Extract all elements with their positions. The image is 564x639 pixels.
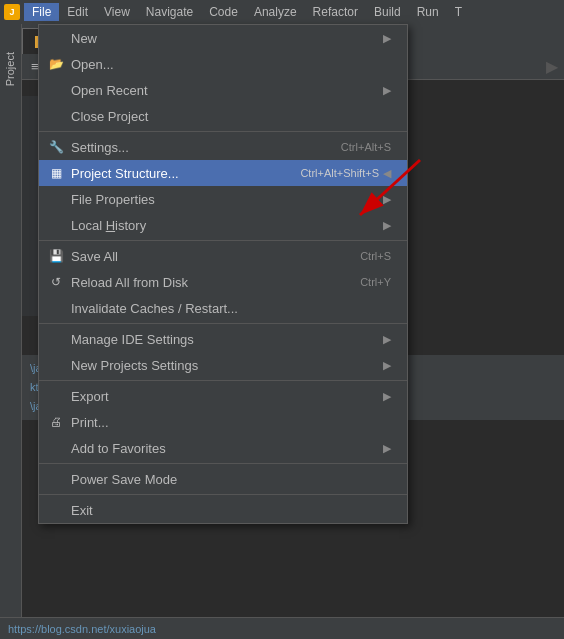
menu-export-arrow: ▶ xyxy=(383,390,391,403)
menu-refactor[interactable]: Refactor xyxy=(305,3,366,21)
menu-tools[interactable]: T xyxy=(447,3,470,21)
menu-item-open[interactable]: 📂 Open... xyxy=(39,51,407,77)
menu-item-open-recent[interactable]: Open Recent ▶ xyxy=(39,77,407,103)
menu-settings-shortcut: Ctrl+Alt+S xyxy=(341,141,391,153)
menu-project-structure-label: Project Structure... xyxy=(71,166,179,181)
menu-save-all-label: Save All xyxy=(71,249,118,264)
file-menu-dropdown: New ▶ 📂 Open... Open Recent ▶ Close Proj… xyxy=(38,24,408,524)
menu-export-label: Export xyxy=(71,389,109,404)
menu-open-recent-label: Open Recent xyxy=(71,83,148,98)
menu-manage-ide-arrow: ▶ xyxy=(383,333,391,346)
menu-project-structure-arrow: ◀ xyxy=(383,167,391,180)
menu-power-save-label: Power Save Mode xyxy=(71,472,177,487)
menu-print-label: Print... xyxy=(71,415,109,430)
separator-2 xyxy=(39,240,407,241)
separator-5 xyxy=(39,463,407,464)
menu-item-settings[interactable]: 🔧 Settings... Ctrl+Alt+S xyxy=(39,134,407,160)
open-icon: 📂 xyxy=(47,57,65,71)
menu-item-new-projects[interactable]: New Projects Settings ▶ xyxy=(39,352,407,378)
separator-1 xyxy=(39,131,407,132)
menu-exit-label: Exit xyxy=(71,503,93,518)
menu-manage-ide-label: Manage IDE Settings xyxy=(71,332,194,347)
project-structure-icon: ▦ xyxy=(47,166,65,180)
menu-add-favorites-label: Add to Favorites xyxy=(71,441,166,456)
url-text: https://blog.csdn.net/xuxiaojua xyxy=(8,623,156,635)
menu-local-history-label: Local History xyxy=(71,218,146,233)
menu-item-power-save[interactable]: Power Save Mode xyxy=(39,466,407,492)
menubar: J File Edit View Navigate Code Analyze R… xyxy=(0,0,564,24)
menu-new-projects-label: New Projects Settings xyxy=(71,358,198,373)
menu-navigate[interactable]: Navigate xyxy=(138,3,201,21)
sidebar-panel: Project xyxy=(0,24,22,639)
reload-icon: ↺ xyxy=(47,275,65,289)
menu-reload-shortcut: Ctrl+Y xyxy=(360,276,391,288)
menu-run[interactable]: Run xyxy=(409,3,447,21)
settings-wrench-icon: 🔧 xyxy=(47,140,65,154)
menu-local-history-arrow: ▶ xyxy=(383,219,391,232)
menu-item-invalidate[interactable]: Invalidate Caches / Restart... xyxy=(39,295,407,321)
menu-open-label: Open... xyxy=(71,57,114,72)
separator-6 xyxy=(39,494,407,495)
menu-reload-label: Reload All from Disk xyxy=(71,275,188,290)
menu-item-print[interactable]: 🖨 Print... xyxy=(39,409,407,435)
sidebar-project-label: Project xyxy=(0,48,22,90)
menu-item-project-structure[interactable]: ▦ Project Structure... Ctrl+Alt+Shift+S … xyxy=(39,160,407,186)
menu-close-project-label: Close Project xyxy=(71,109,148,124)
menu-item-manage-ide[interactable]: Manage IDE Settings ▶ xyxy=(39,326,407,352)
menu-file-properties-arrow: ▶ xyxy=(383,193,391,206)
menu-item-new[interactable]: New ▶ xyxy=(39,25,407,51)
menu-item-local-history[interactable]: Local History ▶ xyxy=(39,212,407,238)
app-icon: J xyxy=(4,4,20,20)
menu-item-file-properties[interactable]: File Properties ▶ xyxy=(39,186,407,212)
menu-item-add-favorites[interactable]: Add to Favorites ▶ xyxy=(39,435,407,461)
menu-file[interactable]: File xyxy=(24,3,59,21)
separator-3 xyxy=(39,323,407,324)
menu-build[interactable]: Build xyxy=(366,3,409,21)
menu-save-all-shortcut: Ctrl+S xyxy=(360,250,391,262)
save-icon: 💾 xyxy=(47,249,65,263)
menu-code[interactable]: Code xyxy=(201,3,246,21)
separator-4 xyxy=(39,380,407,381)
menu-new-projects-arrow: ▶ xyxy=(383,359,391,372)
url-bar: https://blog.csdn.net/xuxiaojua xyxy=(0,617,564,639)
menu-item-exit[interactable]: Exit xyxy=(39,497,407,523)
menu-invalidate-label: Invalidate Caches / Restart... xyxy=(71,301,238,316)
menu-edit[interactable]: Edit xyxy=(59,3,96,21)
menu-view[interactable]: View xyxy=(96,3,138,21)
menu-item-export[interactable]: Export ▶ xyxy=(39,383,407,409)
menu-open-recent-arrow: ▶ xyxy=(383,84,391,97)
scroll-right-btn[interactable]: ▶ xyxy=(546,57,558,76)
menu-add-favorites-arrow: ▶ xyxy=(383,442,391,455)
menu-project-structure-shortcut: Ctrl+Alt+Shift+S xyxy=(300,167,379,179)
menu-item-save-all[interactable]: 💾 Save All Ctrl+S xyxy=(39,243,407,269)
menu-item-reload[interactable]: ↺ Reload All from Disk Ctrl+Y xyxy=(39,269,407,295)
menu-new-label: New xyxy=(71,31,97,46)
menu-item-close-project[interactable]: Close Project xyxy=(39,103,407,129)
menu-new-arrow: ▶ xyxy=(383,32,391,45)
menu-settings-label: Settings... xyxy=(71,140,129,155)
print-icon: 🖨 xyxy=(47,415,65,429)
menu-file-properties-label: File Properties xyxy=(71,192,155,207)
menu-analyze[interactable]: Analyze xyxy=(246,3,305,21)
